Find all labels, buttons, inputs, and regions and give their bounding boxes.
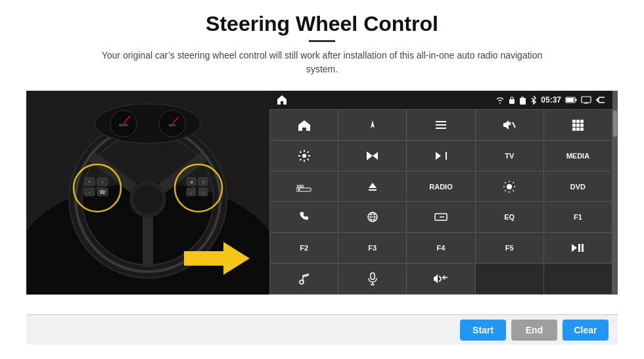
start-button[interactable]: Start (460, 320, 506, 341)
f1-label: F1 (574, 213, 582, 221)
globe-button[interactable] (338, 202, 406, 232)
status-bar: 05:37 (269, 91, 612, 109)
svg-rect-56 (580, 124, 584, 127)
music-button[interactable] (270, 264, 338, 294)
back-icon (595, 95, 606, 105)
svg-rect-61 (367, 152, 368, 160)
mute-button[interactable] (476, 110, 543, 140)
camera360-button[interactable]: 360 (270, 172, 338, 202)
radio-label: RADIO (429, 183, 452, 191)
svg-rect-29 (184, 251, 225, 266)
svg-rect-67 (369, 189, 377, 191)
title-divider (309, 40, 335, 42)
control-panel: 05:37 (269, 91, 612, 295)
f5-label: F5 (505, 244, 514, 252)
menu-list-button[interactable] (407, 110, 474, 140)
sd-icon (519, 96, 526, 105)
dvd-button[interactable]: DVD (544, 172, 612, 202)
f3-button[interactable]: F3 (338, 233, 406, 263)
mic-button[interactable] (338, 264, 406, 294)
clear-button[interactable]: Clear (563, 320, 609, 341)
svg-point-60 (302, 154, 306, 158)
svg-rect-43 (576, 99, 577, 101)
svg-rect-44 (582, 97, 591, 103)
svg-rect-40 (523, 97, 524, 99)
svg-text:km/h: km/h (119, 123, 127, 127)
button-grid: TV MEDIA 360 (269, 109, 612, 295)
svg-rect-78 (582, 244, 584, 252)
settings-button[interactable] (270, 141, 338, 171)
svg-text:☎: ☎ (99, 189, 106, 195)
svg-marker-66 (369, 183, 377, 188)
play-pause-button[interactable] (544, 233, 612, 263)
title-section: Steering Wheel Control Your original car… (92, 12, 552, 85)
svg-rect-80 (371, 273, 375, 279)
empty-btn-1[interactable] (476, 264, 543, 294)
status-time: 05:37 (541, 95, 561, 105)
phone-button[interactable] (270, 202, 338, 232)
tv-button[interactable]: TV (476, 141, 543, 171)
svg-text:○: ○ (190, 190, 193, 195)
input-button[interactable] (407, 202, 474, 232)
volume-phone-button[interactable] (407, 264, 474, 294)
page-container: Steering Wheel Control Your original car… (0, 0, 644, 359)
bluetooth-icon (530, 95, 537, 105)
home-icon (276, 94, 288, 106)
svg-rect-77 (578, 244, 580, 252)
screen-icon (581, 96, 591, 104)
svg-rect-42 (566, 98, 574, 102)
f3-label: F3 (368, 244, 377, 252)
f4-button[interactable]: F4 (407, 233, 474, 263)
status-left (276, 94, 288, 106)
car-image-area: + - ♪ ☎ ◈ ○ ◇ ◇ (26, 91, 269, 295)
action-bar: Start End Clear (26, 314, 618, 345)
media-label: MEDIA (566, 152, 589, 160)
svg-rect-53 (580, 120, 584, 123)
svg-rect-58 (576, 128, 580, 131)
svg-rect-38 (520, 98, 526, 105)
f5-button[interactable]: F5 (476, 233, 543, 263)
svg-text:+: + (88, 180, 91, 184)
f2-label: F2 (300, 244, 308, 252)
svg-rect-39 (521, 97, 522, 99)
next-track-button[interactable] (407, 141, 474, 171)
svg-rect-37 (509, 99, 515, 104)
page-title: Steering Wheel Control (92, 12, 552, 36)
svg-rect-59 (580, 128, 584, 131)
f1-button[interactable]: F1 (544, 202, 612, 232)
svg-rect-52 (576, 120, 580, 123)
home-button[interactable] (270, 110, 338, 140)
svg-rect-51 (572, 120, 576, 123)
svg-text:rpm: rpm (169, 123, 175, 127)
prev-track-button[interactable] (338, 141, 406, 171)
navigate-button[interactable] (338, 110, 406, 140)
svg-point-9 (133, 185, 162, 214)
scrollbar[interactable] (612, 91, 618, 295)
f4-label: F4 (437, 244, 446, 252)
page-subtitle: Your original car’s steering wheel contr… (92, 49, 552, 76)
content-row: + - ♪ ☎ ◈ ○ ◇ ◇ (26, 91, 618, 314)
battery-icon (565, 96, 577, 104)
svg-rect-62 (446, 152, 447, 160)
brightness-button[interactable] (476, 172, 543, 202)
end-button[interactable]: End (511, 320, 557, 341)
svg-point-65 (298, 189, 300, 191)
lock-icon (509, 96, 515, 105)
apps-button[interactable] (544, 110, 612, 140)
svg-rect-54 (572, 124, 576, 127)
eject-button[interactable] (338, 172, 406, 202)
svg-marker-76 (572, 244, 577, 252)
svg-point-68 (507, 184, 512, 189)
status-right: 05:37 (495, 95, 606, 105)
scroll-thumb[interactable] (613, 110, 617, 137)
svg-text:♪: ♪ (101, 180, 104, 184)
empty-btn-2[interactable] (544, 264, 612, 294)
svg-rect-57 (572, 128, 576, 131)
radio-button[interactable]: RADIO (407, 172, 474, 202)
svg-line-50 (513, 122, 515, 128)
media-button[interactable]: MEDIA (544, 141, 612, 171)
eq-button[interactable]: EQ (476, 202, 543, 232)
eq-label: EQ (504, 213, 515, 221)
tv-label: TV (505, 152, 514, 160)
f2-button[interactable]: F2 (270, 233, 338, 263)
